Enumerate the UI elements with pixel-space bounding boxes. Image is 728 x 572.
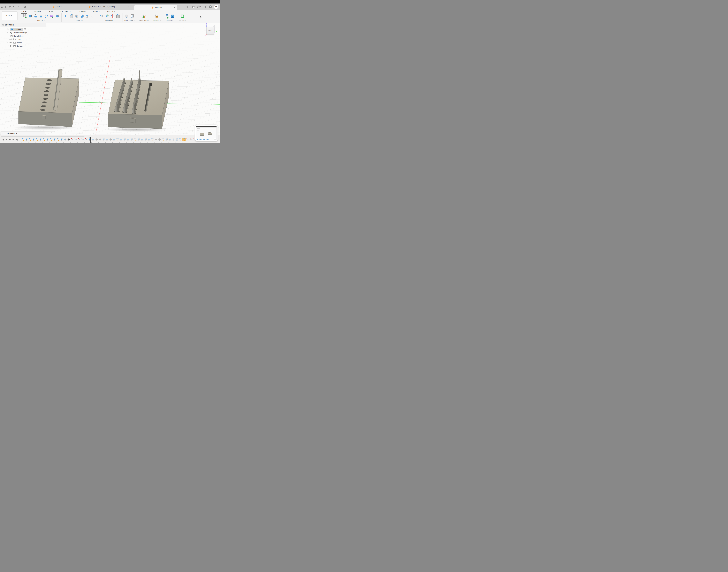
viewcube[interactable]: RIGHT Z Y X	[204, 23, 220, 41]
chevron-right-icon[interactable]	[6, 45, 8, 47]
body-right-block[interactable]	[108, 70, 169, 129]
tab-close-icon[interactable]	[174, 7, 175, 8]
visibility-eye-icon[interactable]	[9, 42, 12, 44]
timeline-feature-sketch[interactable]	[57, 138, 60, 141]
tab-project2[interactable]: Aishaolokun–ET1–Project2*(1)	[87, 3, 131, 10]
tab-close-icon[interactable]	[81, 6, 82, 8]
extrude-icon[interactable]	[28, 14, 32, 19]
timeline-feature-extrude[interactable]	[165, 138, 168, 141]
timeline-feature-error[interactable]	[85, 138, 88, 141]
extensions-globe-icon[interactable]	[192, 5, 195, 8]
timeline-feature-sketch[interactable]	[134, 138, 137, 141]
timeline-feature-extrude[interactable]	[113, 138, 116, 141]
create-menu[interactable]: CREATE	[37, 20, 45, 21]
configure-menu[interactable]: CONFIGURE	[125, 20, 135, 21]
undo-button[interactable]	[12, 6, 16, 8]
timeline-feature-sketch[interactable]	[36, 138, 39, 141]
expand-comments-icon[interactable]	[2, 133, 4, 134]
timeline-feature-sketch[interactable]	[43, 138, 46, 141]
timeline-feature-error[interactable]	[74, 138, 77, 141]
save-button[interactable]	[9, 6, 11, 8]
tab-untitled[interactable]: Untitled	[51, 3, 84, 10]
timeline-feature-sketch[interactable]	[29, 138, 32, 141]
screen-preview-card[interactable]	[196, 125, 218, 141]
tab-boho-hair[interactable]: boho hair*	[134, 5, 177, 10]
bom-table-icon[interactable]	[116, 14, 121, 19]
browser-row-root[interactable]: boho hair	[1, 27, 46, 31]
body-left-block[interactable]	[18, 69, 79, 127]
timeline-feature-sketch[interactable]	[179, 138, 182, 141]
chevron-right-icon[interactable]	[6, 42, 8, 44]
configuration-table-icon[interactable]	[130, 14, 135, 19]
timeline-feature-error[interactable]	[81, 138, 84, 141]
joint-icon[interactable]	[110, 14, 115, 19]
select-icon[interactable]	[180, 14, 185, 19]
redo-button[interactable]	[17, 6, 21, 8]
collapse-panel-icon[interactable]	[2, 24, 4, 26]
timeline-feature-extrude[interactable]	[168, 138, 171, 141]
new-tab-button[interactable]	[186, 6, 189, 8]
visibility-eye-icon[interactable]	[9, 45, 12, 47]
timeline-feature-extrude[interactable]	[102, 138, 105, 141]
timeline-feature-sketch[interactable]	[116, 138, 119, 141]
timeline-feature-error[interactable]	[186, 138, 189, 141]
activate-component-radio[interactable]	[24, 28, 26, 30]
timeline-feature-error[interactable]	[71, 138, 74, 141]
timeline-feature-mirror[interactable]	[172, 138, 175, 141]
create-sketch-icon[interactable]	[22, 14, 27, 19]
configuration-icon[interactable]	[124, 14, 129, 19]
chevron-right-icon[interactable]	[6, 39, 8, 40]
file-menu-button[interactable]	[4, 6, 8, 8]
timeline-feature-extrude[interactable]	[120, 138, 123, 141]
assemble-menu[interactable]: ASSEMBLE	[105, 20, 115, 21]
timeline-feature-sketch[interactable]	[151, 138, 154, 141]
timeline-feature-extrude[interactable]	[32, 138, 35, 141]
revolve-icon[interactable]	[33, 14, 38, 19]
insert-fastener-icon[interactable]	[165, 14, 170, 19]
chevron-right-icon[interactable]	[6, 32, 8, 33]
offset-face-icon[interactable]	[85, 14, 90, 19]
new-component-icon[interactable]	[105, 14, 110, 19]
volumetric-lattice-icon[interactable]	[55, 14, 60, 19]
measure-icon[interactable]	[154, 14, 159, 19]
insert-canvas-icon[interactable]	[170, 14, 175, 19]
browser-row-bodies[interactable]: Bodies	[1, 41, 46, 44]
chevron-right-icon[interactable]	[6, 35, 8, 37]
pattern-icon[interactable]	[44, 14, 49, 19]
app-grid-icon[interactable]	[1, 6, 3, 8]
shell-icon[interactable]	[74, 14, 79, 19]
fillet-icon[interactable]	[69, 14, 74, 19]
help-icon[interactable]: ?	[209, 5, 212, 8]
select-menu[interactable]: SELECT	[179, 20, 186, 21]
modify-menu[interactable]: MODIFY	[76, 20, 83, 21]
comments-bar[interactable]: COMMENTS	[1, 131, 44, 135]
stop-button[interactable]	[9, 138, 11, 141]
timeline-feature-extrude[interactable]	[25, 138, 28, 141]
timeline-feature-move[interactable]	[67, 138, 70, 141]
tab-close-icon[interactable]	[128, 6, 129, 8]
go-to-start-button[interactable]	[1, 138, 4, 141]
timeline-feature-move[interactable]	[155, 138, 157, 141]
hole-icon[interactable]	[39, 14, 44, 19]
chevron-down-icon[interactable]	[3, 28, 5, 30]
insert-menu[interactable]: INSERT	[166, 20, 173, 21]
timeline-feature-extrude[interactable]	[148, 138, 151, 141]
timeline-feature-extrude[interactable]	[60, 138, 63, 141]
timeline-feature-extrude[interactable]	[144, 138, 147, 141]
timeline-feature-extrude[interactable]	[53, 138, 56, 141]
timeline-feature-error[interactable]	[78, 138, 81, 141]
job-status-clock-icon[interactable]	[197, 5, 200, 8]
timeline-feature-extrude[interactable]	[127, 138, 130, 141]
construct-plane-icon[interactable]	[141, 14, 146, 19]
construct-menu[interactable]: CONSTRUCT	[139, 20, 149, 21]
timeline-feature-extrude[interactable]	[46, 138, 49, 141]
combine-icon[interactable]	[80, 14, 85, 19]
timeline-feature-error[interactable]	[190, 138, 193, 141]
insert-derive-icon[interactable]	[99, 14, 104, 19]
timeline-feature-sketch[interactable]	[50, 138, 53, 141]
notifications-bell-icon[interactable]	[204, 5, 207, 8]
timeline-feature-move[interactable]	[109, 138, 112, 141]
browser-row-document-settings[interactable]: Document Settings	[1, 31, 46, 34]
inspect-menu[interactable]: INSPECT	[153, 20, 161, 21]
timeline-feature-sketch[interactable]	[162, 138, 164, 141]
